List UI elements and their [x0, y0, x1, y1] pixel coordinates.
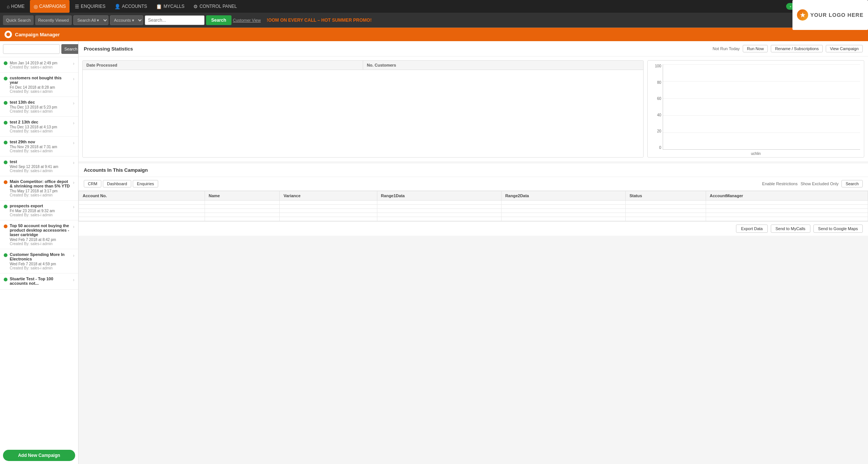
accounts-section-title: Accounts In This Campaign — [84, 167, 148, 173]
enquiries-button[interactable]: Enquiries — [133, 180, 158, 187]
list-item[interactable]: Stuartie Test - Top 100 accounts not... … — [0, 274, 78, 290]
customer-view-link[interactable]: Customer View — [233, 18, 261, 22]
send-to-mycalls-button[interactable]: Send to MyCalls — [771, 225, 810, 233]
campaign-date: Thu Dec 13 2018 at 4:13 pm — [10, 125, 71, 129]
campaign-manager-title: Campaign Manager — [15, 32, 60, 37]
campaign-info: Main Competitor: office depot & shrinkin… — [10, 179, 71, 197]
sidebar-search-button[interactable]: Search — [61, 44, 79, 54]
nav-campaigns[interactable]: ◎ CAMPAIGNS — [30, 0, 70, 13]
stats-actions: Not Run Today Run Now Rename / Subscript… — [713, 45, 863, 52]
processing-statistics-section: Processing Statistics Not Run Today Run … — [79, 41, 868, 161]
table-row[interactable] — [79, 209, 868, 213]
nav-control-panel[interactable]: ⚙ CONTROL PANEL — [190, 0, 240, 13]
grid-line-40 — [663, 115, 860, 116]
logo-text: YOUR LOGO HERE — [810, 12, 864, 18]
campaign-info: Mon Jan 14 2019 at 2:49 pm Created By: s… — [10, 60, 71, 69]
processing-statistics-header: Processing Statistics Not Run Today Run … — [79, 41, 868, 57]
campaign-info: test 13th dec Thu Dec 13 2018 at 5:23 pm… — [10, 100, 71, 113]
export-data-button[interactable]: Export Data — [736, 225, 767, 233]
accounts-table: Account No. Name Variance Range1Data Ran… — [79, 191, 868, 221]
dashboard-button[interactable]: Dashboard — [103, 180, 131, 187]
campaign-info: test 29th nov Thu Nov 29 2018 at 7:31 am… — [10, 140, 71, 153]
sidebar-search-input[interactable] — [3, 44, 60, 54]
list-item[interactable]: test 29th nov Thu Nov 29 2018 at 7:31 am… — [0, 137, 78, 156]
campaign-creator: Created By: sales-i admin — [10, 109, 71, 113]
table-row[interactable] — [79, 201, 868, 205]
range1-column: Range1Data — [377, 191, 501, 201]
table-row[interactable] — [79, 213, 868, 217]
send-to-google-maps-button[interactable]: Send to Google Maps — [813, 225, 863, 233]
status-dot — [4, 253, 7, 257]
view-campaign-button[interactable]: View Campaign — [826, 45, 863, 52]
svg-point-0 — [6, 33, 10, 36]
chart-plot — [663, 64, 860, 150]
accounts-section: Accounts In This Campaign CRM Dashboard … — [79, 164, 868, 236]
list-item[interactable]: prospects export Fri Mar 23 2018 at 9:32… — [0, 201, 78, 220]
list-item[interactable]: Top 50 account not buying the product de… — [0, 220, 78, 249]
sidebar-search-area: Search — [0, 41, 78, 57]
campaign-creator: Created By: sales-i admin — [10, 89, 71, 94]
rename-subscriptions-button[interactable]: Rename / Subscriptions — [771, 45, 823, 52]
campaign-date: Thu Nov 29 2018 at 7:31 am — [10, 145, 71, 149]
list-item[interactable]: Customer Spending More In Electronics We… — [0, 249, 78, 274]
search-bar: Quick Search Recently Viewed Search All … — [0, 13, 868, 28]
campaign-creator: Created By: sales-i admin — [10, 149, 71, 153]
content-area: Processing Statistics Not Run Today Run … — [79, 41, 868, 464]
campaign-name: test — [10, 159, 71, 164]
status-dot — [4, 61, 7, 65]
accounts-search-button[interactable]: Search — [841, 180, 863, 187]
logo-area: ★ YOUR LOGO HERE — [792, 0, 868, 30]
add-campaign-button[interactable]: Add New Campaign — [3, 450, 75, 461]
list-item[interactable]: Mon Jan 14 2019 at 2:49 pm Created By: s… — [0, 57, 78, 73]
campaign-date: Wed Feb 7 2018 at 4:59 pm — [10, 262, 71, 266]
table-row[interactable] — [79, 217, 868, 221]
campaign-date: Wed Feb 7 2018 at 8:42 pm — [10, 238, 71, 242]
campaign-creator: Created By: sales-i admin — [10, 242, 71, 246]
nav-enquiries[interactable]: ☰ ENQUIRIES — [71, 0, 109, 13]
list-item[interactable]: customers not bought this year Fri Dec 1… — [0, 73, 78, 97]
y-label-0: 0 — [649, 146, 661, 150]
campaign-name: test 2 13th dec — [10, 120, 71, 124]
top-navigation: ⌂ HOME ◎ CAMPAIGNS ☰ ENQUIRIES 👤 ACCOUNT… — [0, 0, 868, 13]
status-dot — [4, 101, 7, 105]
nav-mycalls[interactable]: 📋 MYCALLS — [152, 0, 188, 13]
accounts-dropdown[interactable]: Accounts ▾ — [110, 15, 143, 25]
list-item[interactable]: Main Competitor: office depot & shrinkin… — [0, 176, 78, 201]
main-layout: Search Mon Jan 14 2019 at 2:49 pm Create… — [0, 41, 868, 464]
range2-column: Range2Data — [501, 191, 625, 201]
status-column: Status — [626, 191, 706, 201]
not-run-text: Not Run Today — [713, 46, 740, 51]
list-item[interactable]: test 13th dec Thu Dec 13 2018 at 5:23 pm… — [0, 97, 78, 117]
search-go-button[interactable]: Search — [206, 15, 231, 25]
chevron-right-icon: › — [73, 160, 74, 165]
search-all-dropdown[interactable]: Search All ▾ — [73, 15, 108, 25]
nav-home[interactable]: ⌂ HOME — [3, 0, 28, 13]
y-label-60: 60 — [649, 97, 661, 101]
campaign-info: test 2 13th dec Thu Dec 13 2018 at 4:13 … — [10, 120, 71, 133]
accounts-toolbar: CRM Dashboard Enquiries Enable Restricti… — [79, 177, 868, 191]
search-input[interactable] — [145, 15, 205, 25]
recently-viewed-button[interactable]: Recently Viewed — [35, 15, 72, 25]
show-excluded-label: Show Excluded Only — [801, 181, 839, 186]
chevron-right-icon: › — [73, 76, 74, 82]
list-item[interactable]: test 2 13th dec Thu Dec 13 2018 at 4:13 … — [0, 117, 78, 137]
mycalls-icon: 📋 — [156, 4, 162, 9]
enable-restrictions-label: Enable Restrictions — [762, 181, 798, 186]
run-now-button[interactable]: Run Now — [743, 45, 768, 52]
status-dot — [4, 141, 7, 144]
chart-y-axis: 100 80 60 40 20 0 — [648, 61, 663, 150]
crm-button[interactable]: CRM — [84, 180, 101, 187]
campaign-name: prospects export — [10, 204, 71, 208]
nav-accounts[interactable]: 👤 ACCOUNTS — [111, 0, 151, 13]
processing-statistics-title: Processing Statistics — [84, 46, 133, 52]
quick-search-button[interactable]: Quick Search — [3, 15, 34, 25]
campaign-info: customers not bought this year Fri Dec 1… — [10, 76, 71, 94]
status-dot — [4, 161, 7, 164]
campaign-date: Fri Dec 14 2018 at 8:28 am — [10, 85, 71, 89]
table-row[interactable] — [79, 205, 868, 209]
campaign-name: customers not bought this year — [10, 76, 71, 85]
grid-line-100 — [663, 64, 860, 65]
chart-table-body — [83, 70, 643, 145]
list-item[interactable]: test Wed Sep 12 2018 at 9:41 am Created … — [0, 156, 78, 176]
chevron-right-icon: › — [73, 204, 74, 210]
